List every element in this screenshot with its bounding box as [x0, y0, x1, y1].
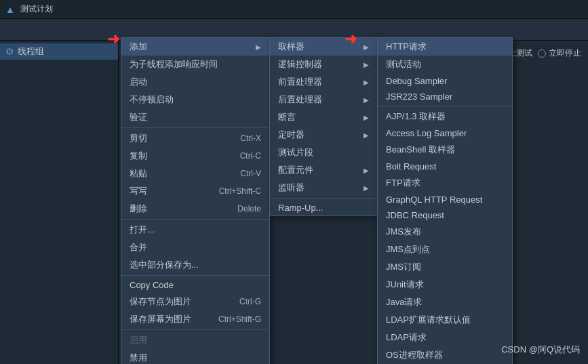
tree-item-thread-group[interactable]: ⚙ 线程组 [0, 43, 118, 60]
menu-l3-label-6: Access Log Sampler [386, 128, 467, 138]
menu-l3-item-3[interactable]: JSR223 Sampler [378, 89, 512, 104]
submenu-arrow-icon: ▶ [364, 184, 369, 192]
menu-l2-item-7[interactable]: 配置元件▶ [270, 161, 377, 179]
context-menu-l2: 取样器▶逻辑控制器▶前置处理器▶后置处理器▶断言▶定时器▶测试片段配置元件▶监听… [269, 37, 378, 216]
menu-separator [121, 127, 269, 128]
menu-l3-item-7[interactable]: BeanShell 取样器 [378, 141, 512, 159]
menu-l1-item-0[interactable]: 添加▶ [121, 38, 269, 56]
menu-l2-item-1[interactable]: 逻辑控制器▶ [270, 56, 377, 73]
menu-shortcut: Ctrl+Shift-G [218, 315, 261, 324]
menu-l3-item-0[interactable]: HTTP请求 [378, 38, 512, 56]
menu-l3-item-19[interactable]: OS进程取样器 [378, 346, 512, 364]
menu-l3-label-10: GraphQL HTTP Request [386, 195, 482, 205]
menu-l1-item-1[interactable]: 为子线程添加响应时间 [121, 56, 269, 73]
menu-l1-label-2: 启动 [130, 76, 147, 88]
menu-l1-item-6[interactable]: 剪切Ctrl-X [121, 129, 269, 147]
menu-separator [121, 329, 269, 330]
menu-shortcut: Ctrl-V [240, 169, 261, 178]
tree-item-label: 线程组 [18, 45, 44, 58]
menu-shortcut: Ctrl-G [239, 297, 261, 306]
title-bar: ▲ 测试计划 [0, 0, 588, 19]
menu-l3-label-11: JDBC Request [386, 210, 444, 220]
menu-l3-item-14[interactable]: JMS订阅 [378, 258, 512, 276]
gear-icon: ⚙ [5, 46, 14, 57]
menu-l3-label-17: LDAP扩展请求默认值 [386, 314, 471, 326]
menu-l3-item-18[interactable]: LDAP请求 [378, 329, 512, 346]
menu-l3-label-5: AJP/1.3 取样器 [386, 110, 446, 123]
menu-l2-item-3[interactable]: 后置处理器▶ [270, 91, 377, 108]
menu-l1-label-8: 粘贴 [130, 167, 147, 180]
menu-l1-label-12: 打开... [130, 224, 155, 236]
menu-l3-label-1: 测试活动 [386, 58, 421, 70]
menu-l1-item-13[interactable]: 合并 [121, 239, 269, 256]
menu-l3-item-12[interactable]: JMS发布 [378, 223, 512, 241]
menu-l3-label-13: JMS点到点 [386, 243, 430, 256]
menu-l3-item-6[interactable]: Access Log Sampler [378, 125, 512, 141]
stop-immediate-btn[interactable]: 立即停止 [538, 47, 581, 59]
tree-panel: ⚙ 线程组 [0, 41, 119, 364]
menu-l1-item-18[interactable]: 保存屏幕为图片Ctrl+Shift-G [121, 310, 269, 328]
stop-immediate-label: 立即停止 [549, 47, 581, 59]
menu-l2-label-8: 监听器 [278, 182, 305, 194]
menu-separator [121, 275, 269, 276]
menu-l2-label-1: 逻辑控制器 [278, 58, 322, 70]
menu-l2-item-8[interactable]: 监听器▶ [270, 179, 377, 197]
menu-l3-label-16: Java请求 [386, 296, 422, 308]
menu-l3-item-5[interactable]: AJP/1.3 取样器 [378, 108, 512, 125]
menu-l1-item-2[interactable]: 启动 [121, 73, 269, 91]
menu-l1-item-17[interactable]: 保存节点为图片Ctrl-G [121, 293, 269, 310]
stop-immediate-radio[interactable] [538, 49, 546, 58]
submenu-arrow-icon: ▶ [364, 43, 369, 51]
menu-l2-label-2: 前置处理器 [278, 76, 322, 88]
menu-l1-item-14[interactable]: 选中部分保存为... [121, 256, 269, 274]
menu-l1-label-4: 验证 [130, 111, 147, 123]
menu-l1-item-4[interactable]: 验证 [121, 108, 269, 126]
app-icon: ▲ [5, 4, 16, 15]
menu-l2-item-10[interactable]: Ramp-Up... [270, 200, 377, 216]
menu-l3-item-17[interactable]: LDAP扩展请求默认值 [378, 311, 512, 329]
menu-l1-item-16[interactable]: Copy Code [121, 277, 269, 293]
menu-l3-item-16[interactable]: Java请求 [378, 294, 512, 311]
menu-l3-item-2[interactable]: Debug Sampler [378, 73, 512, 89]
menu-l3-label-2: Debug Sampler [386, 76, 447, 86]
menu-l2-item-4[interactable]: 断言▶ [270, 108, 377, 126]
context-menu-l1: 添加▶为子线程添加响应时间启动不停顿启动验证剪切Ctrl-X复制Ctrl-C粘贴… [121, 37, 270, 364]
menu-l1-label-20: 启用 [130, 334, 147, 346]
menu-l1-item-12[interactable]: 打开... [121, 221, 269, 239]
submenu-arrow-icon: ▶ [364, 96, 369, 104]
menu-l2-label-3: 后置处理器 [278, 94, 322, 106]
menu-l3-item-1[interactable]: 测试活动 [378, 56, 512, 73]
menu-l1-item-9[interactable]: 写写Ctrl+Shift-C [121, 182, 269, 200]
menu-l1-label-0: 添加 [130, 41, 147, 53]
menu-l3-label-0: HTTP请求 [386, 41, 427, 53]
title-text: 测试计划 [20, 3, 53, 15]
menu-l3-item-11[interactable]: JDBC Request [378, 207, 512, 223]
red-arrow-2: ➜ [345, 32, 357, 47]
menu-l1-label-21: 禁用 [130, 352, 147, 364]
menu-l3-item-10[interactable]: GraphQL HTTP Request [378, 192, 512, 207]
menu-l3-label-8: Bolt Request [386, 161, 436, 171]
menu-shortcut: Ctrl+Shift-C [219, 186, 261, 196]
submenu-arrow-icon: ▶ [364, 132, 369, 139]
menu-l2-item-2[interactable]: 前置处理器▶ [270, 73, 377, 91]
menu-l2-label-6: 测试片段 [278, 146, 313, 159]
menu-l2-item-0[interactable]: 取样器▶ [270, 38, 377, 56]
menu-l1-item-21[interactable]: 禁用 [121, 349, 269, 364]
menu-l2-label-0: 取样器 [278, 41, 305, 53]
menu-l1-label-14: 选中部分保存为... [130, 259, 199, 271]
menu-l3-item-15[interactable]: JUnit请求 [378, 276, 512, 294]
menu-l2-label-4: 断言 [278, 111, 296, 123]
menu-l1-item-10[interactable]: 删除Delete [121, 200, 269, 218]
menu-l3-item-8[interactable]: Bolt Request [378, 159, 512, 174]
menu-l2-item-6[interactable]: 测试片段 [270, 144, 377, 161]
menu-l1-item-8[interactable]: 粘贴Ctrl-V [121, 165, 269, 182]
menu-l1-label-10: 删除 [130, 203, 147, 215]
menu-l1-item-7[interactable]: 复制Ctrl-C [121, 147, 269, 165]
menu-l2-label-5: 定时器 [278, 129, 305, 141]
menu-l3-item-9[interactable]: FTP请求 [378, 174, 512, 192]
menu-l3-item-13[interactable]: JMS点到点 [378, 241, 512, 258]
menu-l1-item-20: 启用 [121, 331, 269, 349]
menu-l2-item-5[interactable]: 定时器▶ [270, 126, 377, 144]
menu-l3-label-19: OS进程取样器 [386, 349, 443, 361]
menu-l1-item-3[interactable]: 不停顿启动 [121, 91, 269, 108]
